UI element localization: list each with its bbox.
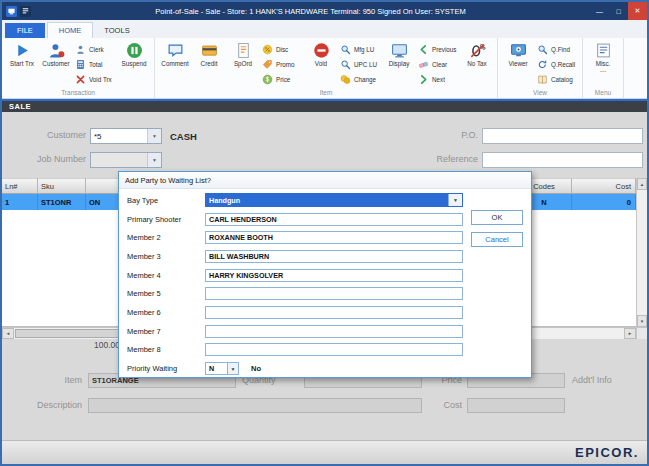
previous-button[interactable]: Previous	[416, 42, 460, 56]
member-8-input[interactable]	[205, 343, 463, 356]
ribbon: Start Trx Customer Clerk Total	[2, 38, 647, 99]
primary-shooter-input[interactable]: CARL HENDERSON	[205, 213, 463, 226]
chevron-down-icon: ▼	[147, 129, 161, 143]
window-title: Point-of-Sale - Sale - Store: 1 HANK'S H…	[31, 7, 590, 16]
price-coin-icon	[262, 74, 273, 85]
member-4-input[interactable]: HARRY KINGSOLVER	[205, 269, 463, 282]
job-number-select[interactable]: ▼	[90, 152, 162, 168]
start-trx-button[interactable]: Start Trx	[5, 39, 39, 87]
cancel-button[interactable]: Cancel	[471, 232, 523, 247]
maximize-button[interactable]: □	[609, 2, 628, 20]
clerk-icon	[75, 44, 86, 55]
bay-type-select[interactable]: Handgun ▼	[205, 193, 463, 207]
scroll-left-button[interactable]: ◄	[2, 328, 14, 339]
member-4-row: Member 4 HARRY KINGSOLVER	[127, 266, 523, 285]
catalog-button[interactable]: Catalog	[535, 72, 579, 86]
scrollbar-thumb[interactable]	[15, 329, 125, 338]
scroll-right-button[interactable]: ►	[624, 328, 636, 339]
column-header-ln[interactable]: Ln#	[2, 178, 38, 194]
void-button[interactable]: Void	[304, 39, 338, 87]
member-3-row: Member 3 BILL WASHBURN	[127, 247, 523, 266]
credit-button[interactable]: Credit	[192, 39, 226, 87]
mfg-lu-button[interactable]: Mfg LU	[338, 42, 382, 56]
disc-button[interactable]: Disc	[260, 42, 304, 56]
void-trx-button[interactable]: Void Trx	[73, 72, 117, 86]
special-order-document-icon	[235, 42, 252, 59]
scrollbar-corner	[636, 327, 647, 339]
eraser-icon	[418, 59, 429, 70]
display-button[interactable]: Display	[382, 39, 416, 87]
vertical-scrollbar[interactable]: ▲ ▼	[636, 178, 647, 327]
next-button[interactable]: Next	[416, 72, 460, 86]
discount-percent-icon	[262, 44, 273, 55]
promo-tag-icon	[262, 59, 273, 70]
priority-waiting-row: Priority Waiting N ▼ No	[127, 359, 523, 378]
item-small-buttons-3: Previous Clear Next	[416, 39, 460, 86]
member-5-row: Member 5	[127, 284, 523, 303]
member-6-input[interactable]	[205, 306, 463, 319]
total-button[interactable]: Total	[73, 57, 117, 71]
close-button[interactable]: ✕	[628, 2, 647, 20]
promo-button[interactable]: Promo	[260, 57, 304, 71]
clear-button[interactable]: Clear	[416, 57, 460, 71]
column-header-sku[interactable]: Sku	[38, 178, 86, 194]
app-icon	[6, 6, 17, 17]
comment-icon	[167, 42, 184, 59]
tab-file[interactable]: FILE	[5, 23, 45, 38]
ribbon-group-menu: Misc. ... Menu	[583, 38, 624, 98]
ok-button[interactable]: OK	[471, 210, 523, 225]
change-button[interactable]: Change	[338, 72, 382, 86]
member-5-input[interactable]	[205, 287, 463, 300]
priority-waiting-value: N	[206, 363, 227, 374]
group-title-transaction: Transaction	[5, 89, 151, 98]
customer-select[interactable]: *5 ▼	[90, 128, 162, 144]
priority-waiting-label: Priority Waiting	[127, 364, 205, 373]
suspend-button[interactable]: Suspend	[117, 39, 151, 87]
scroll-down-button[interactable]: ▼	[637, 315, 647, 327]
customer-button[interactable]: Customer	[39, 39, 73, 87]
sale-header-bar: SALE	[2, 99, 647, 112]
grid-total-value: 100.00	[94, 340, 120, 350]
clerk-button[interactable]: Clerk	[73, 42, 117, 56]
dialog-title: Add Party to Waiting List?	[119, 172, 531, 189]
q-recall-button[interactable]: Q.Recall	[535, 57, 579, 71]
description-label: Description	[2, 400, 82, 410]
description-field[interactable]	[88, 398, 422, 413]
viewer-button[interactable]: Viewer	[501, 39, 535, 87]
customer-icon	[48, 42, 65, 59]
upc-lu-button[interactable]: UPC LU	[338, 57, 382, 71]
tab-tools[interactable]: TOOLS	[93, 23, 140, 38]
tab-home[interactable]: HOME	[47, 22, 94, 38]
comment-button[interactable]: Comment	[158, 39, 192, 87]
chevron-down-icon[interactable]: ▼	[448, 194, 462, 206]
scroll-up-button[interactable]: ▲	[637, 178, 647, 190]
arrow-left-icon	[418, 44, 429, 55]
spord-button[interactable]: SpOrd	[226, 39, 260, 87]
job-number-label: Job Number	[2, 154, 86, 164]
price-button[interactable]: Price	[260, 72, 304, 86]
void-minus-circle-icon	[313, 42, 330, 59]
group-title-item: Item	[158, 89, 494, 98]
member-8-row: Member 8	[127, 341, 523, 360]
primary-shooter-row: Primary Shooter CARL HENDERSON	[127, 210, 523, 229]
book-icon	[537, 74, 548, 85]
member-2-row: Member 2 ROXANNE BOOTH	[127, 228, 523, 247]
chevron-down-icon[interactable]: ▼	[227, 363, 238, 374]
minimize-button[interactable]: —	[590, 2, 609, 20]
column-header-cost[interactable]: Cost	[572, 178, 636, 194]
title-bar: Point-of-Sale - Sale - Store: 1 HANK'S H…	[2, 2, 647, 20]
item-small-buttons-2: Mfg LU UPC LU Change	[338, 39, 382, 86]
no-tax-button[interactable]: No Tax	[460, 39, 494, 87]
q-find-button[interactable]: Q.Find	[535, 42, 579, 56]
po-input[interactable]	[482, 128, 643, 144]
reference-input[interactable]	[482, 152, 643, 168]
cost-field[interactable]	[467, 398, 565, 413]
barcode-search-icon	[340, 59, 351, 70]
priority-waiting-select[interactable]: N ▼	[205, 362, 239, 375]
pos-icon	[20, 6, 31, 17]
member-2-input[interactable]: ROXANNE BOOTH	[205, 231, 463, 244]
ribbon-group-transaction: Start Trx Customer Clerk Total	[2, 38, 155, 98]
member-3-input[interactable]: BILL WASHBURN	[205, 250, 463, 263]
member-7-input[interactable]	[205, 325, 463, 338]
misc-button[interactable]: Misc. ...	[586, 39, 620, 87]
